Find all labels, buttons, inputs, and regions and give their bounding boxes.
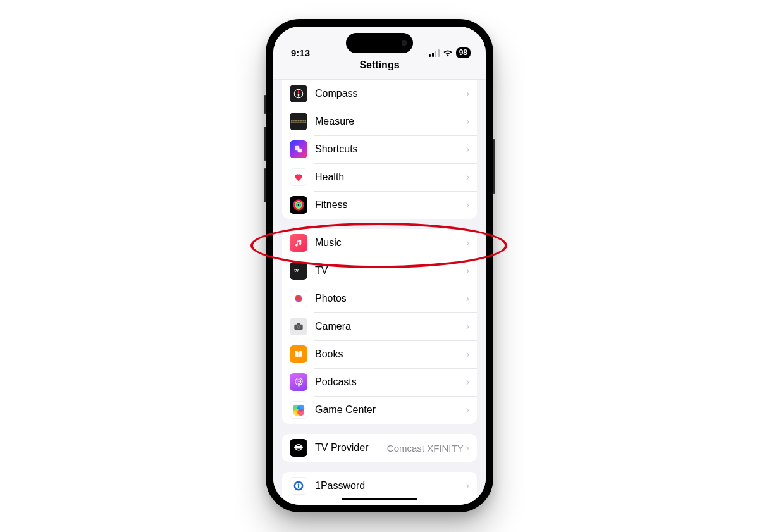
fitness-icon: [290, 196, 307, 214]
camera-icon: [290, 318, 307, 335]
compass-icon: [290, 85, 307, 102]
chevron-right-icon: ›: [466, 199, 469, 211]
row-label: Camera: [315, 321, 466, 332]
cellular-signal-icon: [429, 49, 440, 57]
wifi-icon: [443, 49, 453, 57]
shortcuts-icon: [290, 140, 307, 158]
row-label: Podcasts: [315, 376, 466, 388]
battery-indicator: 98: [456, 47, 471, 58]
ring-switch: [264, 95, 266, 114]
settings-section-media: Music › tv TV › Photos ›: [282, 229, 477, 424]
home-indicator[interactable]: [342, 498, 417, 501]
game-center-icon: [290, 401, 307, 419]
dynamic-island: [346, 33, 413, 53]
volume-down-button: [264, 168, 266, 202]
health-icon: [290, 168, 307, 186]
navigation-bar: Settings: [273, 59, 486, 80]
row-tv[interactable]: tv TV ›: [282, 257, 477, 285]
chevron-right-icon: ›: [466, 404, 469, 416]
row-books[interactable]: Books ›: [282, 340, 477, 368]
svg-point-11: [297, 204, 300, 207]
row-photos[interactable]: Photos ›: [282, 285, 477, 312]
row-health[interactable]: Health ›: [282, 163, 477, 191]
row-label: Fitness: [315, 199, 466, 211]
row-measure[interactable]: Measure ›: [282, 108, 477, 135]
status-indicators: 98: [429, 47, 471, 58]
settings-section-utilities: Compass › Measure › Shortcuts ›: [282, 80, 477, 219]
tv-icon: tv: [290, 262, 307, 280]
row-label: Photos: [315, 293, 466, 304]
row-label: Game Center: [315, 404, 466, 416]
row-fitness[interactable]: Fitness ›: [282, 191, 477, 219]
row-game-center[interactable]: Game Center ›: [282, 396, 477, 424]
row-label: Compass: [315, 88, 466, 99]
books-icon: [290, 345, 307, 363]
row-label: Shortcuts: [315, 144, 466, 155]
podcasts-icon: [290, 373, 307, 391]
chevron-right-icon: ›: [466, 265, 469, 276]
row-label: 1Password: [315, 480, 466, 492]
svg-point-24: [298, 326, 300, 328]
chevron-right-icon: ›: [466, 171, 469, 183]
row-label: TV: [315, 265, 466, 276]
row-camera[interactable]: Camera ›: [282, 312, 477, 340]
1password-icon: [290, 477, 307, 495]
row-podcasts[interactable]: Podcasts ›: [282, 368, 477, 396]
row-1password[interactable]: 1Password ›: [282, 472, 477, 500]
page-title: Settings: [359, 59, 399, 71]
row-3dmark[interactable]: 3DMark Wild Life Extreme ›: [282, 500, 477, 505]
iphone-device-frame: 9:13 98 Settings Compass: [266, 19, 493, 512]
status-time: 9:13: [291, 47, 310, 58]
music-icon: [290, 234, 307, 252]
chevron-right-icon: ›: [466, 237, 469, 249]
side-button: [493, 139, 495, 194]
chevron-right-icon: ›: [466, 442, 469, 454]
svg-text:tv: tv: [294, 268, 299, 273]
row-shortcuts[interactable]: Shortcuts ›: [282, 135, 477, 163]
row-label: TV Provider: [315, 442, 387, 454]
screen: 9:13 98 Settings Compass: [273, 27, 486, 505]
chevron-right-icon: ›: [466, 293, 469, 304]
chevron-right-icon: ›: [466, 480, 469, 492]
row-label: Books: [315, 349, 466, 360]
photos-icon: [290, 290, 307, 307]
chevron-right-icon: ›: [466, 376, 469, 388]
svg-point-32: [297, 409, 304, 416]
row-label: Music: [315, 237, 466, 249]
settings-list[interactable]: Compass › Measure › Shortcuts ›: [273, 80, 486, 505]
row-tv-provider[interactable]: TV Provider Comcast XFINITY ›: [282, 434, 477, 462]
tv-provider-icon: [290, 439, 307, 457]
chevron-right-icon: ›: [466, 321, 469, 332]
volume-up-button: [264, 127, 266, 161]
svg-rect-22: [297, 323, 300, 325]
svg-rect-36: [298, 483, 299, 488]
chevron-right-icon: ›: [466, 116, 469, 127]
chevron-right-icon: ›: [466, 349, 469, 360]
svg-rect-8: [298, 149, 302, 153]
svg-rect-33: [294, 446, 303, 449]
row-label: Health: [315, 171, 466, 183]
chevron-right-icon: ›: [466, 88, 469, 99]
settings-section-tv-provider: TV Provider Comcast XFINITY ›: [282, 434, 477, 462]
row-compass[interactable]: Compass ›: [282, 80, 477, 108]
svg-point-28: [298, 380, 300, 382]
chevron-right-icon: ›: [466, 144, 469, 155]
row-music[interactable]: Music ›: [282, 229, 477, 257]
measure-icon: [290, 113, 307, 130]
row-label: Measure: [315, 116, 466, 127]
row-detail-value: Comcast XFINITY: [387, 443, 464, 454]
